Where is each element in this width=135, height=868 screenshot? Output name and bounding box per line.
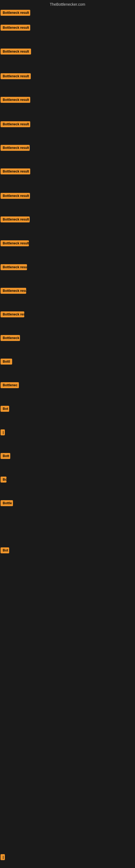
bottleneck-row-20: Bott xyxy=(1,453,10,460)
bottleneck-badge-4[interactable]: Bottleneck result xyxy=(1,73,31,79)
bottleneck-row-19: | xyxy=(1,429,5,436)
bottleneck-row-21: Bo xyxy=(1,476,6,484)
bottleneck-badge-16[interactable]: Bottl xyxy=(1,359,12,365)
bottleneck-row-11: Bottleneck result xyxy=(1,240,29,247)
bottleneck-row-24: Bot xyxy=(1,547,9,554)
bottleneck-row-12: Bottleneck resu xyxy=(1,264,27,271)
bottleneck-badge-19[interactable]: | xyxy=(1,429,5,435)
bottleneck-badge-22[interactable]: Bottle xyxy=(1,500,13,506)
bottleneck-row-10: Bottleneck result xyxy=(1,216,30,223)
bottleneck-row-7: Bottleneck result xyxy=(1,145,30,152)
bottleneck-badge-21[interactable]: Bo xyxy=(1,476,6,483)
bottleneck-badge-17[interactable]: Bottlenec xyxy=(1,382,19,388)
bottleneck-badge-11[interactable]: Bottleneck result xyxy=(1,240,29,246)
bottleneck-row-4: Bottleneck result xyxy=(1,73,31,80)
bottleneck-badge-20[interactable]: Bott xyxy=(1,453,10,459)
bottleneck-row-1: Bottleneck result xyxy=(1,10,30,17)
bottleneck-badge-18[interactable]: Bot xyxy=(1,406,9,412)
bottleneck-row-15: Bottleneck xyxy=(1,335,20,342)
bottleneck-row-22: Bottle xyxy=(1,500,13,507)
bottleneck-badge-14[interactable]: Bottleneck res xyxy=(1,311,24,317)
bottleneck-badge-7[interactable]: Bottleneck result xyxy=(1,145,30,151)
bottleneck-badge-6[interactable]: Bottleneck result xyxy=(1,121,30,127)
bottleneck-row-13: Bottleneck resu xyxy=(1,288,26,295)
bottleneck-row-14: Bottleneck res xyxy=(1,311,24,318)
bottleneck-row-2: Bottleneck result xyxy=(1,25,30,32)
bottleneck-row-18: Bot xyxy=(1,406,9,413)
bottleneck-row-5: Bottleneck result xyxy=(1,97,30,104)
bottleneck-badge-2[interactable]: Bottleneck result xyxy=(1,25,30,31)
bottleneck-badge-5[interactable]: Bottleneck result xyxy=(1,97,30,103)
bottleneck-badge-10[interactable]: Bottleneck result xyxy=(1,216,30,222)
bottleneck-badge-12[interactable]: Bottleneck resu xyxy=(1,264,27,270)
bottleneck-row-8: Bottleneck result xyxy=(1,168,30,176)
bottleneck-row-17: Bottlenec xyxy=(1,382,19,389)
bottleneck-badge-9[interactable]: Bottleneck result xyxy=(1,193,30,199)
bottleneck-badge-15[interactable]: Bottleneck xyxy=(1,335,20,341)
site-title: TheBottlenecker.com xyxy=(0,0,135,10)
bottleneck-row-25: | xyxy=(1,854,5,861)
bottleneck-row-6: Bottleneck result xyxy=(1,121,30,128)
bottleneck-row-16: Bottl xyxy=(1,359,12,366)
bottleneck-badge-25[interactable]: | xyxy=(1,854,5,860)
bottleneck-badge-8[interactable]: Bottleneck result xyxy=(1,168,30,175)
bottleneck-badge-24[interactable]: Bot xyxy=(1,547,9,553)
bottleneck-badge-1[interactable]: Bottleneck result xyxy=(1,10,30,16)
bottleneck-row-3: Bottleneck result xyxy=(1,49,31,56)
bottleneck-badge-13[interactable]: Bottleneck resu xyxy=(1,288,26,294)
bottleneck-badge-3[interactable]: Bottleneck result xyxy=(1,49,31,55)
bottleneck-row-9: Bottleneck result xyxy=(1,193,30,200)
